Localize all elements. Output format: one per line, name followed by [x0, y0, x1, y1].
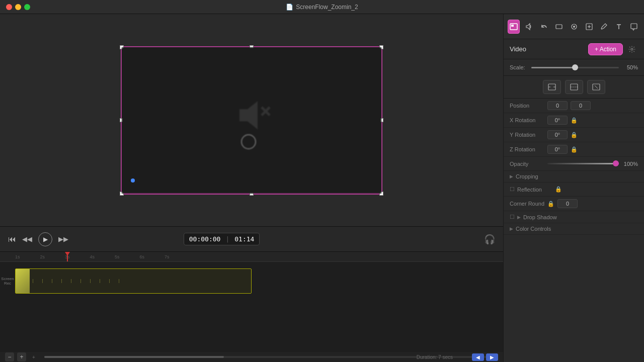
minimize-button[interactable]	[15, 4, 21, 10]
callout-tab[interactable]	[628, 20, 640, 34]
properties-section: Position 0 0 X Rotation 0° 🔒 Y Rotation …	[504, 99, 644, 235]
drop-shadow-section[interactable]: ☐ ▶ Drop Shadow	[504, 211, 644, 223]
video-properties-tab[interactable]	[508, 20, 520, 34]
action-button[interactable]: + Action	[588, 43, 623, 55]
svg-point-14	[631, 48, 633, 50]
opacity-thumb[interactable]	[613, 160, 619, 166]
z-rotation-lock[interactable]: 🔒	[571, 146, 578, 153]
corner-round-lock[interactable]: 🔒	[547, 201, 554, 207]
timeline-tracks: Screen Rec Video	[0, 262, 503, 296]
text-tab[interactable]	[613, 20, 625, 34]
fast-forward-button[interactable]: ▶▶	[58, 235, 68, 243]
scale-slider[interactable]	[531, 67, 619, 68]
z-rotation-input[interactable]: 0°	[547, 145, 568, 154]
corner-round-row: Corner Round 🔒 0	[504, 197, 644, 211]
corner-round-input[interactable]: 0	[557, 199, 578, 208]
corner-round-value: 🔒 0	[547, 199, 638, 208]
play-circle	[241, 134, 256, 149]
duration-time: 01:14	[234, 235, 254, 243]
position-y[interactable]: 0	[571, 101, 591, 110]
y-rotation-lock[interactable]: 🔒	[571, 132, 578, 138]
svg-marker-0	[239, 101, 258, 129]
playhead-top	[65, 252, 70, 256]
cropping-section[interactable]: ▶ Cropping	[504, 171, 644, 183]
timeline-scroll-thumb[interactable]	[44, 356, 224, 358]
scale-row: Scale: 50%	[504, 59, 644, 76]
pen-tab[interactable]	[598, 20, 610, 34]
title-bar: 📄 ScreenFlow_Zoomin_2	[0, 0, 644, 14]
track-content[interactable]: Video	[15, 266, 503, 296]
current-time: 00:00:00	[189, 235, 221, 243]
svg-rect-4	[511, 25, 514, 27]
scale-slider-thumb[interactable]	[572, 64, 578, 70]
file-icon: 📄	[286, 4, 293, 11]
svg-point-7	[573, 26, 575, 28]
x-rotation-lock[interactable]: 🔒	[571, 117, 578, 124]
clip-tab[interactable]	[553, 20, 565, 34]
playhead[interactable]	[67, 252, 68, 261]
zoom-add-button[interactable]: +	[32, 354, 35, 360]
duration-info: Duration: 7 secs	[417, 354, 453, 360]
zoom-tab[interactable]	[583, 20, 595, 34]
opacity-label: Opacity	[510, 161, 547, 167]
corner-round-label: Corner Round	[510, 201, 547, 207]
reflection-label: Reflection	[517, 187, 555, 193]
blue-btn-left[interactable]: ◀	[472, 353, 484, 361]
position-x[interactable]: 0	[547, 101, 568, 110]
drop-shadow-check[interactable]: ☐	[510, 214, 515, 220]
svg-rect-18	[571, 84, 578, 90]
reflection-check[interactable]: ☐	[510, 186, 515, 193]
close-button[interactable]	[6, 4, 12, 10]
fit-icon-button[interactable]	[543, 80, 561, 94]
waveform-ticks	[30, 279, 119, 283]
ruler-ticks: 1s 2s 3s 4s 5s 6s 7s	[15, 254, 170, 259]
screen-record-tab[interactable]	[568, 20, 580, 34]
zoom-controls[interactable]: − +	[5, 352, 26, 361]
timeline-area: 1s 2s 3s 4s 5s 6s 7s Screen Rec	[0, 251, 503, 362]
zoom-out-button[interactable]: −	[5, 352, 14, 361]
x-rotation-input[interactable]: 0°	[547, 116, 568, 125]
transport-bar: ⏮ ◀◀ ▶ ▶▶ 00:00:00 | 01:14 🎧	[0, 226, 503, 251]
color-controls-expand-icon: ▶	[510, 226, 513, 231]
drop-shadow-expand-icon: ▶	[517, 215, 521, 220]
rewind-button[interactable]: ◀◀	[22, 235, 32, 243]
cropping-expand-icon: ▶	[510, 174, 513, 179]
y-rotation-label: Y Rotation	[510, 132, 547, 138]
settings-button[interactable]	[626, 43, 638, 55]
blue-dot	[131, 178, 135, 183]
panel-title: Video	[510, 45, 526, 53]
skip-back-button[interactable]: ⏮	[8, 235, 16, 244]
position-row: Position 0 0	[504, 99, 644, 113]
clip-thumb-inner	[16, 269, 30, 293]
headphones-icon[interactable]: 🎧	[484, 234, 495, 245]
timeline-ruler: 1s 2s 3s 4s 5s 6s 7s	[0, 252, 503, 262]
tick: 5s	[115, 254, 120, 259]
fullscreen-button[interactable]	[24, 4, 30, 10]
opacity-slider[interactable]	[547, 163, 619, 164]
tick: 7s	[165, 254, 170, 259]
zoom-in-button[interactable]: +	[17, 352, 26, 361]
reflection-value: 🔒	[555, 186, 638, 193]
main-layout: ⏮ ◀◀ ▶ ▶▶ 00:00:00 | 01:14 🎧 1s 2s 3s 4s	[0, 14, 644, 362]
reflection-lock[interactable]: 🔒	[555, 186, 562, 193]
z-rotation-label: Z Rotation	[510, 146, 547, 152]
flip-icon-button[interactable]	[587, 80, 605, 94]
x-rotation-label: X Rotation	[510, 117, 547, 123]
undo-tab[interactable]	[538, 20, 550, 34]
reflection-row: ☐ Reflection 🔒	[504, 183, 644, 197]
z-rotation-row: Z Rotation 0° 🔒	[504, 142, 644, 157]
blue-btn-right[interactable]: ▶	[486, 353, 498, 361]
color-controls-section[interactable]: ▶ Color Controls	[504, 223, 644, 235]
video-clip[interactable]: Video	[15, 268, 252, 294]
opacity-row: Opacity 100%	[504, 157, 644, 171]
panel-header: Video + Action	[504, 39, 644, 59]
clip-waveform	[30, 269, 251, 293]
window-controls[interactable]	[6, 4, 30, 10]
crop-icon-button[interactable]	[565, 80, 583, 94]
panel-toolbar	[504, 14, 644, 39]
y-rotation-input[interactable]: 0°	[547, 130, 568, 139]
video-frame[interactable]	[121, 46, 382, 195]
audio-tab[interactable]	[523, 20, 535, 34]
color-controls-label: Color Controls	[516, 226, 551, 232]
play-button[interactable]: ▶	[38, 232, 52, 246]
